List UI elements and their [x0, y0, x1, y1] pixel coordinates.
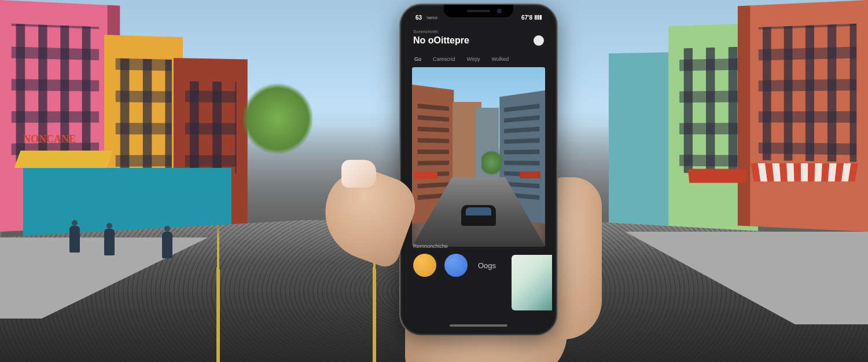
volume-down-button[interactable]	[399, 97, 400, 115]
pedestrian	[162, 232, 172, 258]
header-subtitle: Sorenchinth	[413, 29, 544, 34]
pedestrian	[104, 229, 115, 255]
signal-icon	[535, 15, 542, 20]
map-thumbnail[interactable]	[512, 255, 552, 310]
shop-sign-left: NONCANE	[23, 133, 76, 145]
page-title: No oOittepre	[413, 35, 469, 46]
status-label-left: harice	[426, 16, 437, 20]
footer-label: Remnonchiche	[413, 243, 544, 249]
phone-notch	[444, 5, 513, 17]
app-header: Sorenchinth No oOittepre	[405, 25, 552, 47]
volume-up-button[interactable]	[399, 68, 400, 92]
tree	[243, 81, 312, 156]
control-label[interactable]: Oogs	[478, 261, 496, 270]
smartphone-device: 63 harice 67'8 Sorenchinth No oOittepre …	[399, 3, 558, 336]
control-button-blue[interactable]	[444, 254, 468, 277]
pedestrian	[69, 226, 80, 253]
phone-screen: 63 harice 67'8 Sorenchinth No oOittepre …	[405, 9, 552, 330]
tab-carescrid[interactable]: Carescrid	[429, 54, 459, 64]
camera-viewfinder[interactable]	[412, 67, 545, 247]
status-time: 63	[415, 14, 422, 21]
status-label-right: 67'8	[521, 14, 532, 21]
category-tabs: Go Carescrid Wirpy Wolked	[405, 52, 552, 67]
car-in-view	[461, 205, 496, 226]
buildings-right	[579, 0, 868, 255]
tab-go[interactable]: Go	[411, 54, 425, 64]
home-indicator[interactable]	[450, 324, 507, 327]
tab-wirpy[interactable]: Wirpy	[464, 54, 484, 64]
hand-holding-phone: 63 harice 67'8 Sorenchinth No oOittepre …	[370, 3, 579, 362]
control-button-orange[interactable]	[413, 254, 436, 277]
bottom-controls: Remnonchiche Oogs	[405, 240, 552, 330]
profile-avatar[interactable]	[534, 35, 544, 46]
tab-wolked[interactable]: Wolked	[488, 54, 513, 64]
